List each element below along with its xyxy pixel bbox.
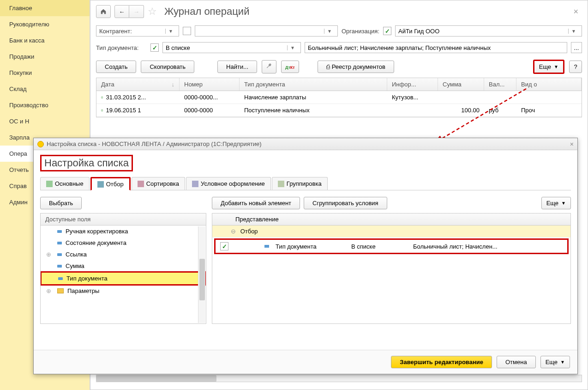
counterparty-field[interactable]: Контрагент: ▼ [96,25,179,37]
list-item[interactable]: Сумма [41,260,206,272]
sidebar-item-sales[interactable]: Продажи [0,49,90,65]
printer-icon: ⎙ [326,63,330,70]
list-item[interactable]: ⊕Ссылка [41,249,206,260]
available-fields-header: Доступные поля [41,213,206,225]
tab-main[interactable]: Основные [40,177,90,190]
chevron-down-icon[interactable]: ▼ [324,29,335,34]
col-number[interactable]: Номер [180,78,240,91]
right-more-button[interactable]: Еще▼ [541,197,571,209]
registry-button[interactable]: ⎙Реестр документов [318,61,394,73]
create-button[interactable]: Создать [96,61,136,73]
tab-filter[interactable]: Отбор [90,177,131,190]
close-icon[interactable]: × [570,7,582,17]
available-fields-list: Доступные поля Ручная корректировка Сост… [40,213,206,324]
doctype-checkbox[interactable] [150,43,159,52]
col-doctype[interactable]: Тип документа [240,78,387,91]
doc-icon: ▫ [101,94,103,101]
org-label: Организация: [342,28,379,35]
field-icon [58,277,63,280]
condition-mode: В списке [351,243,407,250]
col-kind[interactable]: Вид о [516,78,582,91]
chevron-down-icon[interactable]: ▼ [165,29,176,34]
list-item[interactable]: Ручная корректировка [41,225,206,237]
doc-icon: ▫ [101,107,103,114]
tab-conditional[interactable]: Условное оформление [186,177,271,190]
list-item[interactable]: Состояние документа [41,237,206,249]
dialog-header: Настройка списка - НОВОСТНАЯ ЛЕНТА / Адм… [34,138,577,150]
field-icon [57,265,62,268]
table-row[interactable]: ▫31.03.2015 2... 0000-0000... Начисление… [96,91,582,104]
field-icon [57,242,62,244]
doctype-label: Тип документа: [96,44,147,51]
dialog-body: Настройка списка Основные Отбор Сортиров… [34,150,577,329]
doctype-value-field[interactable]: Больничный лист; Начисление зарплаты; По… [305,42,567,53]
dialog-footer: Завершить редактирование Отмена Еще▼ [34,350,577,374]
col-currency[interactable]: Вал... [484,78,516,91]
home-button[interactable] [96,5,111,18]
help-button[interactable]: ? [569,61,582,73]
sidebar-item-warehouse[interactable]: Склад [0,81,90,97]
horizontal-scrollbar[interactable] [96,375,582,382]
doctype-ellipsis-button[interactable]: ... [571,42,582,53]
back-button[interactable]: ← [114,5,129,18]
more-button[interactable]: Еще▼ [533,60,564,74]
doctype-mode-field[interactable]: В списке ▼ [162,42,301,53]
filter-root-row[interactable]: ⊖ Отбор [212,225,570,238]
sort-down-icon: ↓ [172,81,175,88]
chevron-down-icon: ▼ [554,64,558,69]
format-icon [192,181,198,187]
filter-row-2: Тип документа: В списке ▼ Больничный лис… [90,39,588,56]
list-item-doctype[interactable]: Тип документа [40,271,206,286]
expand-icon[interactable]: ⊕ [46,287,52,294]
condition-checkbox[interactable] [220,242,228,250]
counterparty-value-field[interactable]: ▼ [195,25,338,37]
dtkt-button[interactable]: ДтКт [281,61,299,73]
wrench-button[interactable] [262,60,276,73]
vertical-scrollbar[interactable] [198,226,205,323]
toolbar: Создать Скопировать Найти... ДтКт ⎙Реест… [90,56,588,78]
condition-value: Больничный лист; Начислен... [413,243,498,250]
col-info[interactable]: Инфор... [387,78,438,91]
sidebar-item-production[interactable]: Производство [0,97,90,113]
cancel-button[interactable]: Отмена [497,356,536,368]
filter-condition-row[interactable]: Тип документа В списке Больничный лист; … [214,238,569,254]
chevron-down-icon[interactable]: ▼ [287,45,298,50]
col-sum[interactable]: Сумма [438,78,484,91]
collapse-icon[interactable]: ⊖ [231,228,236,235]
sidebar-item-bank[interactable]: Банк и касса [0,32,90,49]
sidebar-item-purchases[interactable]: Покупки [0,65,90,81]
right-panel: Добавить новый элемент Сгруппировать усл… [212,197,571,324]
tab-grouping[interactable]: Группировка [272,177,328,190]
org-value: АйТи Гид ООО [398,28,439,35]
find-button[interactable]: Найти... [217,61,257,73]
sidebar-item-manager[interactable]: Руководителю [0,16,90,32]
add-element-button[interactable]: Добавить новый элемент [212,197,300,209]
favorite-icon[interactable]: ☆ [148,6,157,18]
group-conditions-button[interactable]: Сгруппировать условия [304,197,387,209]
copy-button[interactable]: Скопировать [141,61,194,73]
finish-editing-button[interactable]: Завершить редактирование [391,356,492,368]
chevron-down-icon[interactable]: ▼ [568,29,579,34]
doctype-mode: В списке [166,44,190,51]
counterparty-checkbox[interactable] [183,27,191,35]
table-header: Дата ↓ Номер Тип документа Инфор... Сумм… [96,78,582,91]
forward-button[interactable]: → [129,5,144,18]
org-field[interactable]: АйТи Гид ООО ▼ [395,25,582,37]
app-1c-icon [37,141,44,147]
footer-more-button[interactable]: Еще▼ [540,356,570,368]
sidebar-item-main[interactable]: Главное [0,0,90,16]
choose-button[interactable]: Выбрать [40,197,82,209]
data-table: Дата ↓ Номер Тип документа Инфор... Сумм… [96,78,582,117]
org-checkbox[interactable] [383,27,391,35]
dialog-tabs: Основные Отбор Сортировка Условное оформ… [40,177,571,190]
dialog-close-icon[interactable]: × [570,140,574,148]
tab-sort[interactable]: Сортировка [132,177,185,190]
sidebar-item-assets[interactable]: ОС и Н [0,113,90,129]
col-date[interactable]: Дата ↓ [96,78,180,91]
group-icon [278,181,284,187]
chevron-down-icon: ▼ [560,360,565,365]
table-row[interactable]: ▫19.06.2015 1 0000-0000 Поступление нали… [96,104,582,117]
field-icon [264,245,269,248]
expand-icon[interactable]: ⊕ [46,251,52,258]
list-item[interactable]: ⊕Параметры [41,285,206,297]
